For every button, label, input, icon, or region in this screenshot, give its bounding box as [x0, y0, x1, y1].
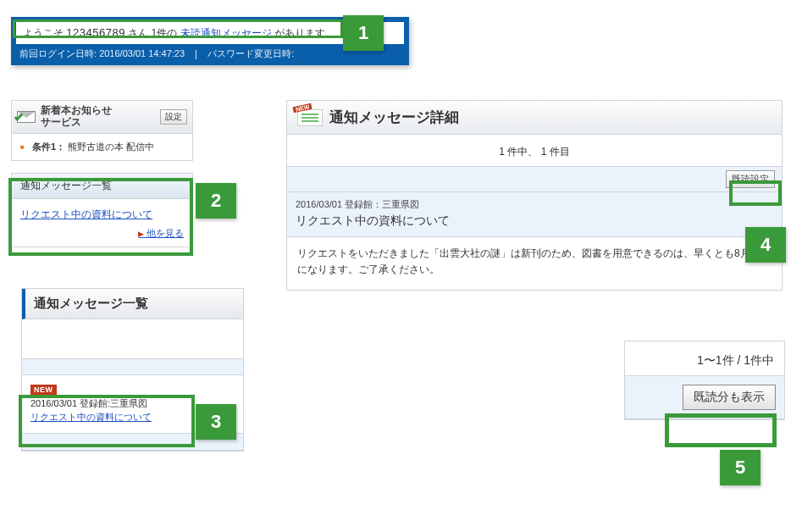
- detail-source-label: 登録館：: [345, 199, 382, 209]
- detail-source: 三重県図: [382, 199, 419, 209]
- detail-meta: 2016/03/01 登録館：三重県図: [296, 197, 773, 212]
- condition-text: 熊野古道の本 配信中: [68, 141, 154, 152]
- unread-messages-link[interactable]: 未読通知メッセージ: [180, 27, 272, 39]
- message-list-mini-header: 通知メッセージ一覧: [12, 174, 192, 199]
- new-badge: NEW: [30, 385, 57, 396]
- new-arrival-notice-box: 新着本お知らせ サービス 設定 条件1： 熊野古道の本 配信中: [11, 100, 193, 161]
- prev-login-value: 2016/03/01 14:47:23: [99, 48, 185, 58]
- callout-5: 5: [720, 450, 761, 485]
- callout-4: 4: [745, 227, 786, 263]
- greeting-prefix: ようこそ: [23, 27, 66, 39]
- pager-action-bar: 既読分も表示: [625, 376, 784, 419]
- message-list-mini-link[interactable]: リクエスト中の資料について: [20, 208, 152, 220]
- list-item-source: 三重県図: [110, 398, 147, 408]
- separator: [196, 50, 196, 59]
- detail-title: 通知メッセージ詳細: [329, 108, 459, 127]
- greeting-suffix: があります。: [274, 27, 335, 39]
- list-item-subject-link[interactable]: リクエスト中の資料について: [30, 412, 152, 422]
- detail-subject: リクエスト中の資料について: [296, 212, 773, 230]
- message-list-mini-body: リクエスト中の資料について: [12, 199, 192, 227]
- see-more-link[interactable]: 他を見る: [138, 228, 184, 238]
- mark-read-button[interactable]: 既読設定: [726, 170, 775, 188]
- envelope-check-icon: [17, 111, 36, 123]
- list-item-source-label: 登録館:: [80, 398, 110, 408]
- callout-2: 2: [196, 183, 236, 219]
- detail-subheader: 2016/03/01 登録館：三重県図 リクエスト中の資料について: [287, 192, 782, 237]
- detail-count: 1 件中、 1 件目: [287, 135, 782, 167]
- detail-action-bar: 既読設定: [287, 167, 782, 192]
- message-list-mini-more: 他を見る: [12, 227, 192, 247]
- show-read-button[interactable]: 既読分も表示: [683, 385, 776, 410]
- greeting-mid: さん 1件の: [128, 27, 177, 39]
- pager-block: 1〜1件 / 1件中 既読分も表示: [624, 341, 785, 420]
- callout-1: 1: [343, 15, 384, 51]
- settings-button[interactable]: 設定: [160, 109, 187, 125]
- callout-3: 3: [196, 404, 236, 440]
- new-document-icon: [297, 109, 323, 126]
- message-detail-panel: 通知メッセージ詳細 1 件中、 1 件目 既読設定 2016/03/01 登録館…: [286, 100, 783, 291]
- prev-login-label: 前回ログイン日時:: [19, 48, 97, 58]
- pw-changed-label: パスワード変更日時:: [207, 48, 294, 58]
- new-arrival-body: 条件1： 熊野古道の本 配信中: [12, 134, 192, 160]
- detail-body: リクエストをいただきました「出雲大社の謎」は新刊のため、図書を用意できるのは、早…: [287, 237, 782, 290]
- new-arrival-header: 新着本お知らせ サービス 設定: [12, 101, 192, 134]
- detail-header: 通知メッセージ詳細: [287, 101, 782, 135]
- condition-label: 条件1：: [32, 141, 65, 152]
- message-list-mini: 通知メッセージ一覧 リクエスト中の資料について 他を見る: [11, 173, 193, 247]
- bullet-icon: [20, 141, 30, 152]
- message-list-title: 通知メッセージ一覧: [22, 289, 243, 319]
- list-item-date: 2016/03/01: [30, 398, 77, 408]
- user-id: 123456789: [66, 26, 125, 39]
- new-arrival-title: 新着本お知らせ サービス: [41, 105, 160, 129]
- detail-date: 2016/03/01: [296, 199, 342, 209]
- pager-range: 1〜1件 / 1件中: [625, 341, 784, 376]
- sidebar: 新着本お知らせ サービス 設定 条件1： 熊野古道の本 配信中 通知メッセージ一…: [11, 100, 193, 247]
- list-spacer: [22, 319, 243, 358]
- list-row-header: [22, 358, 243, 375]
